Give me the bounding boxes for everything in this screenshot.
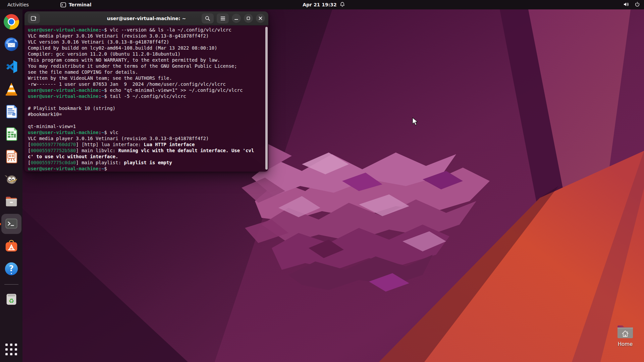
terminal-line: VLC media player 3.0.16 Vetinari (revisi… — [28, 33, 265, 39]
maximize-button[interactable] — [244, 14, 253, 23]
activities-button[interactable]: Activities — [0, 0, 36, 9]
clock-text: Apr 21 19:32 — [303, 2, 337, 7]
svg-text:♻: ♻ — [8, 297, 14, 304]
minimize-icon — [234, 16, 238, 20]
menu-button[interactable] — [217, 13, 229, 23]
power-icon — [635, 2, 640, 8]
new-tab-icon — [31, 16, 37, 21]
maximize-icon — [247, 16, 250, 20]
terminal-app-icon — [60, 2, 66, 7]
terminal-line: #bookmark10= — [28, 111, 265, 117]
terminal-line: c' to use vlc without interface. — [28, 154, 265, 160]
files-icon — [4, 194, 19, 209]
dock-item-vscode[interactable] — [4, 59, 19, 74]
dock-item-gimp[interactable] — [4, 171, 19, 187]
clock-menu[interactable]: Apr 21 19:32 — [303, 0, 345, 9]
terminal-icon — [4, 216, 19, 232]
dock-item-terminal[interactable] — [4, 216, 19, 232]
close-icon — [259, 16, 262, 20]
terminal-line: qt-minimal-view=1 — [28, 123, 265, 129]
terminal-line: [000055977760dd70] [http] lua interface:… — [28, 141, 265, 147]
terminal-line: VLC version 3.0.16 Vetinari (3.0.13-8-g4… — [28, 39, 265, 45]
terminal-line: -rw------- 1 user user 87653 Jan 9 2024 … — [28, 81, 265, 87]
dock-separator — [4, 284, 18, 285]
gimp-icon — [4, 171, 19, 187]
window-title: user@user-virtual-machine: ~ — [107, 16, 186, 21]
terminal-line: Compiler: gcc version 11.2.0 (Ubuntu 11.… — [28, 51, 265, 57]
minimize-button[interactable] — [232, 14, 241, 23]
system-status-area[interactable] — [623, 0, 640, 9]
libreoffice-calc-icon — [4, 126, 19, 142]
terminal-line: user@user-virtual-machine:~$ echo "qt-mi… — [28, 87, 265, 93]
terminal-line: # Playlist bookmark 10 (string) — [28, 105, 265, 111]
focused-app-menu[interactable]: Terminal — [60, 2, 92, 7]
dock: ? ♻ — [0, 9, 22, 362]
vscode-icon — [4, 59, 19, 74]
vlc-icon — [4, 81, 19, 97]
terminal-window: user@user-virtual-machine: ~ — [24, 11, 268, 172]
top-bar: Activities Terminal Apr 21 19:32 — [0, 0, 644, 9]
svg-text:?: ? — [9, 264, 14, 273]
dock-item-vlc[interactable] — [4, 81, 19, 97]
libreoffice-writer-icon — [4, 104, 19, 119]
dock-item-libreoffice-calc[interactable] — [4, 126, 19, 142]
terminal-line: see the file named COPYING for details. — [28, 69, 265, 75]
terminal-line: [00005597775c0da0] main playlist: playli… — [28, 160, 265, 166]
terminal-line: This program comes with NO WARRANTY, to … — [28, 57, 265, 63]
trash-icon: ♻ — [4, 291, 19, 307]
terminal-line: [000055977752b580] main libvlc: Running … — [28, 147, 265, 154]
terminal-line: user@user-virtual-machine:~$ tail -5 ~/.… — [28, 93, 265, 99]
volume-icon — [623, 2, 629, 8]
dock-item-help[interactable]: ? — [4, 261, 19, 277]
search-icon — [205, 16, 210, 21]
dock-item-libreoffice-impress[interactable] — [4, 149, 19, 164]
terminal-scrollbar[interactable] — [265, 27, 268, 170]
home-folder-label: Home — [618, 341, 633, 347]
libreoffice-impress-icon — [4, 149, 19, 164]
terminal-content[interactable]: user@user-virtual-machine:~$ vlc --versi… — [24, 25, 268, 172]
ubuntu-software-icon — [4, 239, 19, 254]
notification-bell-icon — [340, 2, 345, 8]
chrome-icon — [4, 14, 19, 29]
terminal-line: Written by the VideoLAN team; see the AU… — [28, 75, 265, 81]
dock-item-files[interactable] — [4, 194, 19, 209]
terminal-line: Compiled by buildd on lcy02-amd64-108.bu… — [28, 45, 265, 51]
focused-app-name: Terminal — [69, 2, 92, 7]
terminal-line — [28, 117, 265, 123]
terminal-line — [28, 99, 265, 105]
help-icon: ? — [4, 261, 19, 277]
home-folder-icon — [615, 324, 635, 340]
new-tab-button[interactable] — [28, 13, 40, 23]
mouse-cursor — [412, 117, 419, 126]
desktop: Activities Terminal Apr 21 19:32 — [0, 0, 644, 362]
dock-item-trash[interactable]: ♻ — [4, 291, 19, 307]
search-button[interactable] — [202, 13, 214, 23]
hamburger-menu-icon — [220, 16, 225, 20]
app-grid-button[interactable] — [5, 343, 18, 356]
terminal-line: user@user-virtual-machine:~$ — [28, 166, 265, 172]
thunderbird-icon — [4, 37, 19, 52]
terminal-line: VLC media player 3.0.16 Vetinari (revisi… — [28, 135, 265, 141]
close-button[interactable] — [256, 14, 265, 23]
dock-item-chrome[interactable] — [4, 14, 19, 29]
dock-item-libreoffice-writer[interactable] — [4, 104, 19, 119]
terminal-line: user@user-virtual-machine:~$ vlc --versi… — [28, 27, 265, 33]
dock-item-ubuntu-software[interactable] — [4, 239, 19, 254]
running-indicator-dot — [0, 223, 1, 225]
terminal-line: user@user-virtual-machine:~$ vlc — [28, 129, 265, 135]
home-folder-shortcut[interactable]: Home — [611, 324, 639, 347]
terminal-titlebar[interactable]: user@user-virtual-machine: ~ — [24, 11, 268, 25]
terminal-output: user@user-virtual-machine:~$ vlc --versi… — [28, 27, 265, 172]
dock-item-thunderbird[interactable] — [4, 37, 19, 52]
terminal-line: You may redistribute it under the terms … — [28, 63, 265, 69]
